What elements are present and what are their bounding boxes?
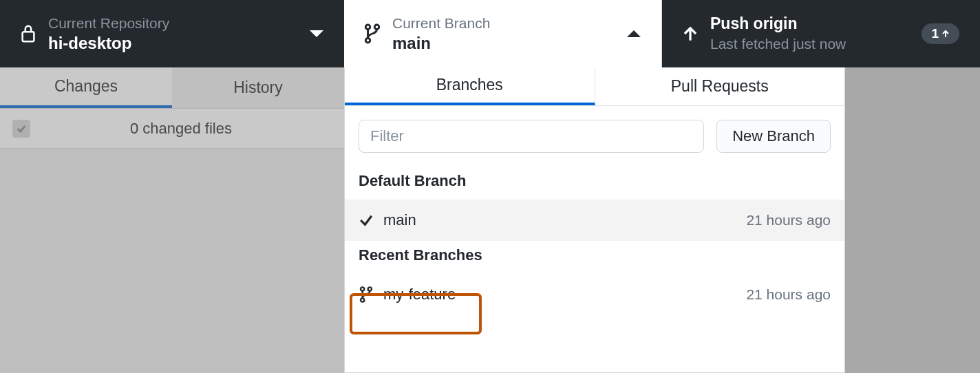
repo-selector[interactable]: Current Repository hi-desktop (0, 0, 344, 67)
git-branch-icon (359, 286, 381, 303)
svg-point-2 (374, 25, 379, 30)
recent-branches-header: Recent Branches (345, 241, 844, 274)
new-branch-button[interactable]: New Branch (716, 120, 831, 153)
push-subtext: Last fetched just now (710, 34, 846, 53)
svg-point-4 (361, 287, 364, 290)
push-count-badge: 1 (922, 23, 959, 44)
branch-selector[interactable]: Current Branch main (344, 0, 662, 67)
check-icon (359, 213, 381, 228)
tab-branches[interactable]: Branches (345, 67, 595, 105)
branch-time-label: 21 hours ago (746, 286, 831, 303)
branch-filter-input[interactable] (359, 120, 704, 153)
svg-point-3 (365, 39, 370, 43)
git-branch-icon (358, 23, 387, 44)
default-branch-header: Default Branch (345, 167, 844, 200)
tab-pull-requests[interactable]: Pull Requests (595, 67, 845, 105)
push-label: Push origin (710, 14, 846, 34)
svg-point-6 (361, 298, 364, 301)
push-origin-button[interactable]: Push origin Last fetched just now 1 (662, 0, 980, 67)
chevron-up-icon (627, 30, 641, 37)
modal-overlay (0, 67, 344, 373)
branch-item-my-feature[interactable]: my-feature 21 hours ago (345, 274, 844, 315)
arrow-up-icon (676, 25, 705, 43)
chevron-down-icon (310, 30, 323, 37)
branch-dropdown: Branches Pull Requests New Branch Defaul… (344, 67, 845, 373)
branch-name-label: my-feature (383, 286, 746, 303)
svg-rect-0 (23, 32, 34, 41)
branch-name: main (392, 32, 627, 54)
branch-time-label: 21 hours ago (746, 212, 831, 228)
branch-label: Current Branch (392, 14, 627, 32)
branch-item-main[interactable]: main 21 hours ago (345, 200, 844, 241)
repo-label: Current Repository (48, 14, 310, 32)
branch-name-label: main (383, 211, 746, 229)
repo-name: hi-desktop (48, 32, 310, 54)
lock-icon (14, 24, 43, 43)
svg-point-1 (365, 25, 370, 30)
svg-point-5 (368, 287, 372, 290)
